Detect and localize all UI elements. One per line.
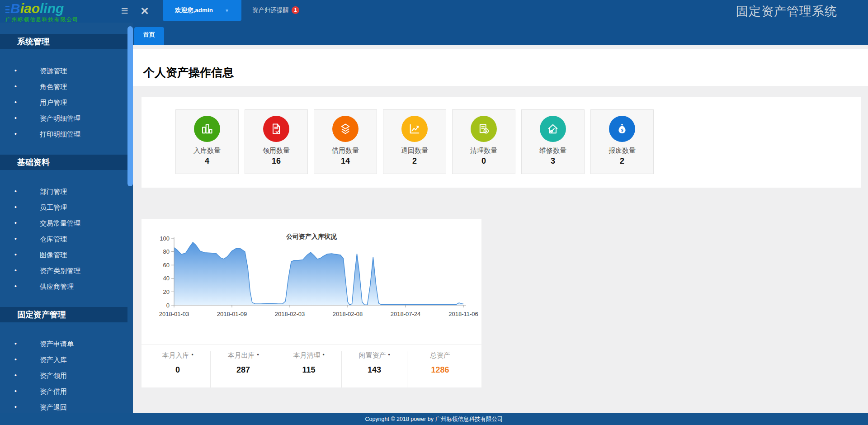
sidebar-item-label: 资产退回 [40,403,67,411]
svg-text:20: 20 [163,288,170,295]
stat-card-repaired: 维修数量 3 [521,109,585,174]
sidebar-item-label: 交易常量管理 [40,219,80,227]
sidebar-item-role-mgmt[interactable]: •角色管理 [0,79,133,94]
menu-icon[interactable]: ≡ [117,0,133,23]
bullet-icon: • [14,110,17,126]
user-menu-button[interactable]: 欢迎您,admin▼ [163,0,241,21]
sidebar-item-asset-category-mgmt[interactable]: •资产类别管理 [0,263,133,279]
summary-value: 143 [342,365,407,375]
tab-home[interactable]: 首页 [134,27,164,45]
sidebar-item-trade-constant-mgmt[interactable]: •交易常量管理 [0,215,133,231]
stat-card-value: 2 [591,156,653,166]
sidebar-item-asset-borrow[interactable]: •资产借用 [0,383,133,399]
money-bag-icon: $ [609,116,635,142]
sidebar-item-asset-issue[interactable]: •资产领用 [0,368,133,383]
logo-subtitle: 广州标领信息科技有限公司 [5,16,118,23]
repair-home-icon [540,116,566,142]
bullet-icon: • [14,184,17,199]
stat-card-label: 入库数量 [176,146,238,155]
logo-letter-b: B [10,1,20,16]
stat-card-borrowed: 借用数量 14 [314,109,377,174]
asset-return-reminder[interactable]: 资产归还提醒1 [252,0,299,21]
stat-card-label: 报废数量 [591,146,653,155]
summary-row: 本月入库• 0 本月出库• 287 本月清理• 115 闲置资产• 143 总资… [142,345,481,387]
sidebar-item-asset-detail-mgmt[interactable]: •资产明细管理 [0,110,133,126]
inbound-chart-panel: 公司资产入库状况 0204060801002018-01-032018-01-0… [142,219,481,387]
bullet-icon: • [14,279,17,294]
sidebar-item-resource-mgmt[interactable]: •资源管理 [0,63,133,79]
sidebar-item-supplier-mgmt[interactable]: •供应商管理 [0,279,133,294]
page-title: 个人资产操作信息 [133,49,868,80]
sidebar-item-label: 员工管理 [40,203,67,211]
bullet-icon: • [14,126,17,142]
sidebar-section-system[interactable]: 系统管理 [0,34,127,49]
trend-chart-icon [401,116,428,142]
sidebar-item-label: 资产领用 [40,372,67,379]
sidebar-item-image-mgmt[interactable]: •图像管理 [0,247,133,263]
svg-text:2018-01-09: 2018-01-09 [217,311,247,317]
bullet-icon: • [14,336,17,352]
summary-label: 本月出库 [227,351,255,359]
summary-value: 115 [276,365,341,375]
sidebar-item-asset-request[interactable]: •资产申请单 [0,336,133,352]
sidebar-item-print-detail-mgmt[interactable]: •打印明细管理 [0,126,133,142]
svg-text:$: $ [621,128,623,132]
bullet-icon: • [14,94,17,110]
stat-card-value: 2 [383,156,446,166]
svg-text:60: 60 [163,262,170,269]
sidebar-item-warehouse-mgmt[interactable]: •仓库管理 [0,231,133,247]
sidebar-item-asset-return[interactable]: •资产退回 [0,399,133,415]
area-chart: 0204060801002018-01-032018-01-092018-02-… [144,233,479,323]
sidebar-menu-fixed-assets: •资产申请单 •资产入库 •资产领用 •资产借用 •资产退回 [0,322,133,415]
summary-total-assets: 总资产 1286 [407,351,473,387]
summary-month-inbound: 本月入库• 0 [145,351,211,387]
stat-card-cleaned: 清理数量 0 [452,109,515,174]
stat-card-label: 退回数量 [383,146,446,155]
sidebar-item-employee-mgmt[interactable]: •员工管理 [0,199,133,215]
logo-text: Biaoling [5,1,118,16]
layers-icon [332,116,359,142]
welcome-label: 欢迎您,admin [175,7,213,14]
bullet-icon: • [14,79,17,94]
sidebar-item-user-mgmt[interactable]: •用户管理 [0,94,133,110]
summary-label: 总资产 [430,351,450,359]
summary-value: 1286 [407,365,473,375]
caret-down-icon: ▼ [225,8,229,13]
stat-card-label: 清理数量 [453,146,515,155]
document-check-icon [263,116,289,142]
stat-card-returned: 退回数量 2 [383,109,446,174]
system-title: 固定资产管理系统 [736,3,837,19]
sidebar-item-label: 角色管理 [40,83,67,90]
stat-card-value: 0 [453,156,515,166]
logo-tail: ling [40,1,64,16]
sidebar-item-label: 资产类别管理 [40,267,80,274]
sidebar-item-asset-inbound[interactable]: •资产入库 [0,352,133,368]
bullet-icon: • [191,352,193,358]
sidebar-item-label: 部门管理 [40,188,67,195]
svg-text:2018-01-03: 2018-01-03 [159,311,189,317]
sidebar-scrollbar-thumb[interactable] [127,26,133,186]
footer: Copyright © 2018 power by 广州标领信息科技有限公司 [0,413,868,425]
sidebar-section-basic-data[interactable]: 基础资料 [0,155,127,170]
heading-strip: 个人资产操作信息 [133,49,868,86]
main-content: 个人资产操作信息 入库数量 4 领用数量 16 借用数量 14 [133,45,868,413]
sidebar-section-fixed-assets[interactable]: 固定资产管理 [0,307,127,322]
company-logo: Biaoling 广州标领信息科技有限公司 [5,1,118,23]
stat-card-issued: 领用数量 16 [245,109,308,174]
stat-card-value: 3 [522,156,584,166]
sidebar-item-department-mgmt[interactable]: •部门管理 [0,184,133,199]
svg-text:40: 40 [163,275,170,282]
close-icon[interactable]: × [137,0,153,23]
svg-text:2018-11-06: 2018-11-06 [448,311,478,317]
summary-idle-assets: 闲置资产• 143 [342,351,407,387]
bullet-icon: • [14,399,17,415]
sidebar-item-label: 图像管理 [40,251,67,259]
top-bar: Biaoling 广州标领信息科技有限公司 ≡ × 欢迎您,admin▼ 资产归… [0,0,868,23]
sidebar-item-label: 供应商管理 [40,283,74,290]
stat-card-label: 借用数量 [314,146,377,155]
chart-title: 公司资产入库状况 [142,219,481,233]
bullet-icon: • [14,383,17,399]
bullet-icon: • [14,263,17,279]
sidebar-item-label: 资产入库 [40,356,67,364]
svg-text:2018-07-24: 2018-07-24 [391,311,421,317]
